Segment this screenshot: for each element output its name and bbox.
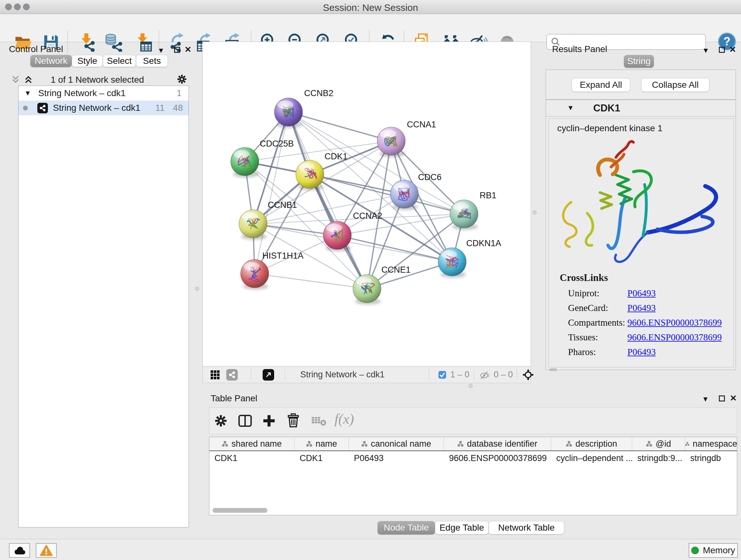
bottom-splitter-handle[interactable] xyxy=(468,384,473,388)
node-table[interactable]: shared namenamecanonical namedatabase id… xyxy=(209,437,737,515)
open-in-new-window-icon[interactable] xyxy=(263,369,274,381)
crosslink-link[interactable]: P06493 xyxy=(627,288,656,299)
current-network-dot-icon xyxy=(23,106,28,111)
column-header-database-identifier[interactable]: database identifier xyxy=(444,437,551,450)
network-node-label: RB1 xyxy=(480,191,496,200)
cloud-button[interactable] xyxy=(9,543,30,558)
network-options-gear-icon[interactable] xyxy=(176,73,188,85)
network-edge[interactable] xyxy=(337,235,452,262)
column-header-shared-name[interactable]: shared name xyxy=(209,437,294,450)
network-node[interactable] xyxy=(438,248,466,278)
network-node[interactable] xyxy=(323,221,351,251)
network-node[interactable] xyxy=(231,147,259,178)
results-panel: Results Panel ▾ ✕ String Expand All Coll… xyxy=(542,43,739,388)
column-header-namespace[interactable]: namespace xyxy=(685,437,737,450)
warnings-button[interactable] xyxy=(36,543,57,558)
title-bar: Session: New Session xyxy=(0,0,741,14)
table-panel-float-icon[interactable] xyxy=(719,395,725,401)
network-edge[interactable] xyxy=(255,273,367,289)
expand-all-button[interactable]: Expand All xyxy=(571,78,630,92)
results-panel-float-icon[interactable] xyxy=(719,47,725,53)
table-row[interactable]: CDK1CDK1P064939606.ENSP00000378699cyclin… xyxy=(209,451,737,465)
selected-checkbox-icon[interactable] xyxy=(438,371,447,379)
network-node[interactable] xyxy=(450,200,478,230)
table-cell[interactable]: CDK1 xyxy=(294,451,349,465)
tab-edge-table[interactable]: Edge Table xyxy=(435,521,488,535)
main-toolbar: ? xyxy=(0,14,741,42)
results-panel-menu-icon[interactable]: ▾ xyxy=(704,45,708,55)
crosslink-link[interactable]: P06493 xyxy=(627,347,656,357)
table-cell[interactable]: CDK1 xyxy=(209,451,294,465)
column-type-icon xyxy=(306,441,313,447)
column-type-icon xyxy=(646,441,652,447)
column-header-canonical-name[interactable]: canonical name xyxy=(349,437,444,450)
memory-status-dot-icon xyxy=(691,547,699,554)
network-edge-count: 48 xyxy=(173,103,183,113)
network-view-canvas[interactable]: CCNB2CCNA1CDC25BCDK1CDC6RB1CCNB1CCNA2CDK… xyxy=(202,42,531,367)
control-panel-close-icon[interactable]: ✕ xyxy=(185,45,192,54)
network-row-selected[interactable]: String Network – cdk1 11 48 xyxy=(18,101,189,115)
table-options-gear-icon[interactable] xyxy=(213,414,228,428)
crosslink-label: Tissues: xyxy=(568,332,598,343)
tab-node-table[interactable]: Node Table xyxy=(378,521,435,535)
table-cell[interactable]: P06493 xyxy=(349,451,444,465)
tab-network-table[interactable]: Network Table xyxy=(488,521,564,535)
tab-sets[interactable]: Sets xyxy=(136,55,168,67)
network-node[interactable] xyxy=(274,98,302,128)
network-node[interactable] xyxy=(239,210,267,240)
memory-label: Memory xyxy=(703,545,735,556)
network-edge[interactable] xyxy=(288,112,367,289)
memory-button[interactable]: Memory xyxy=(689,543,738,558)
control-panel-float-icon[interactable] xyxy=(174,47,180,53)
control-panel: Control Panel ▾ ✕ Network Style Select S… xyxy=(3,43,192,533)
collapse-all-button[interactable]: Collapse All xyxy=(641,78,710,92)
delete-column-icon[interactable] xyxy=(286,413,300,428)
network-collection-row[interactable]: ▼ String Network – cdk1 1 xyxy=(18,86,189,101)
crosslink-link[interactable]: 9606.ENSP00000378699 xyxy=(627,332,722,343)
network-node-label: CDK1 xyxy=(325,152,347,161)
network-graph[interactable]: CCNB2CCNA1CDC25BCDK1CDC6RB1CCNB1CCNA2CDK… xyxy=(203,42,531,366)
tab-network[interactable]: Network xyxy=(30,55,72,67)
network-node[interactable] xyxy=(241,260,269,290)
collection-expand-triangle-icon[interactable]: ▼ xyxy=(24,89,31,98)
column-header-description[interactable]: description xyxy=(551,437,632,450)
results-hscroll-handle[interactable] xyxy=(549,368,557,371)
table-hscroll-handle[interactable] xyxy=(212,508,267,513)
protein-name: CDK1 xyxy=(593,103,620,114)
network-node[interactable] xyxy=(390,180,418,210)
network-node[interactable] xyxy=(353,274,381,305)
network-node[interactable] xyxy=(296,160,324,190)
left-splitter-handle[interactable] xyxy=(195,287,199,291)
function-builder-icon: f(x) xyxy=(334,411,354,427)
show-columns-icon[interactable] xyxy=(238,414,253,428)
protein-collapse-triangle-icon[interactable]: ▼ xyxy=(567,104,574,112)
table-panel-menu-icon[interactable]: ▾ xyxy=(703,394,708,403)
tab-style[interactable]: Style xyxy=(72,55,103,67)
table-cell[interactable]: stringdb xyxy=(685,451,737,465)
table-cell[interactable]: cyclin–dependent ... xyxy=(551,451,632,465)
add-column-icon[interactable] xyxy=(262,414,276,428)
birds-eye-view-icon[interactable] xyxy=(210,370,220,380)
collection-count: 1 xyxy=(177,88,182,98)
table-cell[interactable]: stringdb:9... xyxy=(632,451,685,465)
column-header--id[interactable]: @id xyxy=(632,437,685,450)
table-cell[interactable]: 9606.ENSP00000378699 xyxy=(444,451,551,465)
table-panel-close-icon[interactable]: ✕ xyxy=(730,393,737,403)
network-edge[interactable] xyxy=(245,162,404,194)
network-node-label: HIST1H1A xyxy=(262,251,304,260)
control-panel-menu-icon[interactable]: ▾ xyxy=(159,45,163,55)
protein-structure-image xyxy=(552,137,731,271)
network-node[interactable] xyxy=(377,127,405,157)
column-header-name[interactable]: name xyxy=(294,437,349,450)
tab-string[interactable]: String xyxy=(624,55,654,68)
crosslink-label: Pharos: xyxy=(568,347,596,357)
string-tab-icon[interactable] xyxy=(226,369,238,381)
crosslink-link[interactable]: 9606.ENSP00000378699 xyxy=(627,317,722,328)
network-tree: ▼ String Network – cdk1 1 String Network… xyxy=(18,85,189,527)
tab-select[interactable]: Select xyxy=(103,55,136,67)
protein-details: cyclin–dependent kinase 1 CrossLinks Uni… xyxy=(549,118,734,368)
right-splitter-handle[interactable] xyxy=(533,210,537,214)
results-panel-close-icon[interactable]: ✕ xyxy=(729,45,736,54)
fit-content-crosshair-icon[interactable] xyxy=(522,368,535,381)
crosslink-link[interactable]: P06493 xyxy=(627,303,656,313)
